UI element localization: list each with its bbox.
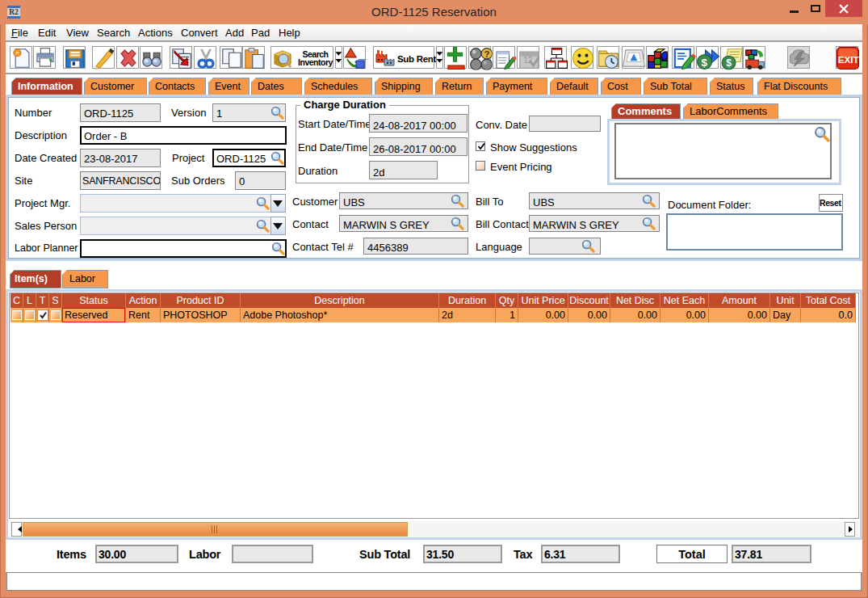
svg-text:$: $ [702,57,708,69]
svg-text:$: $ [726,57,732,69]
svg-text:?: ? [484,49,489,59]
svg-text:EXIT: EXIT [838,54,860,65]
